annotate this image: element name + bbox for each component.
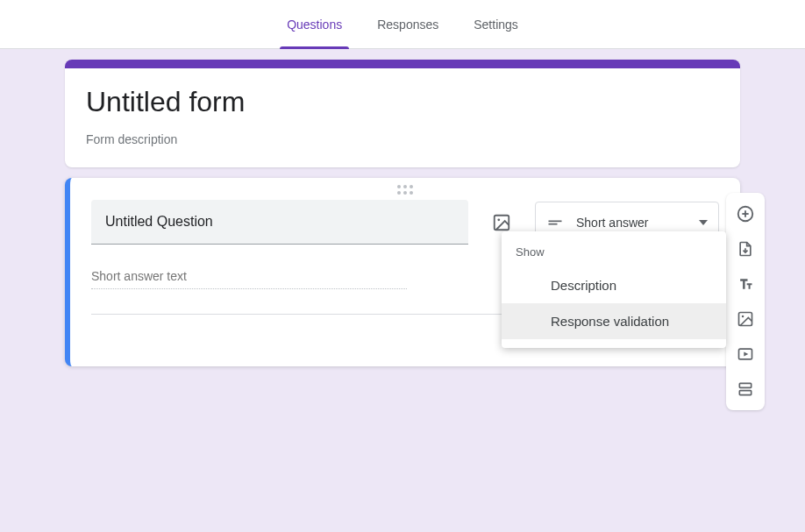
question-footer: Show Description Response validation <box>91 314 719 366</box>
question-title-input[interactable] <box>91 200 468 245</box>
text-icon <box>737 275 754 293</box>
add-title-button[interactable] <box>730 268 761 300</box>
add-video-button[interactable] <box>730 338 761 370</box>
add-section-button[interactable] <box>730 373 761 405</box>
form-accent-bar <box>65 60 740 68</box>
svg-rect-3 <box>549 223 558 224</box>
add-question-button[interactable] <box>730 198 761 230</box>
add-image-button-toolbar[interactable] <box>730 303 761 335</box>
image-icon <box>737 310 754 328</box>
form-description[interactable]: Form description <box>86 132 719 146</box>
short-answer-icon <box>546 214 564 231</box>
svg-point-10 <box>742 316 744 318</box>
svg-rect-14 <box>739 391 751 395</box>
question-card: Short answer Show Description Response v… <box>65 178 740 366</box>
svg-rect-2 <box>549 220 562 222</box>
plus-circle-icon <box>736 204 755 223</box>
drag-handle-icon[interactable] <box>91 178 719 200</box>
svg-rect-13 <box>739 383 751 387</box>
section-icon <box>737 380 754 398</box>
image-icon <box>492 213 511 232</box>
popup-header: Show <box>502 240 726 267</box>
popup-item-response-validation[interactable]: Response validation <box>502 303 726 339</box>
import-questions-button[interactable] <box>730 233 761 265</box>
tab-responses[interactable]: Responses <box>370 0 445 49</box>
svg-marker-12 <box>744 352 748 357</box>
tab-settings[interactable]: Settings <box>467 0 525 49</box>
form-header-card[interactable]: Untitled form Form description <box>65 60 740 167</box>
form-canvas: Untitled form Form description Short ans… <box>0 49 805 532</box>
svg-point-1 <box>497 218 500 221</box>
show-options-popup: Show Description Response validation <box>502 231 726 348</box>
video-icon <box>737 345 754 363</box>
caret-down-icon <box>699 220 708 225</box>
question-type-label: Short answer <box>576 216 687 230</box>
tabs-bar: Questions Responses Settings <box>0 0 805 49</box>
popup-item-description[interactable]: Description <box>502 267 726 303</box>
form-title[interactable]: Untitled form <box>86 86 719 118</box>
tab-questions[interactable]: Questions <box>280 0 349 49</box>
short-answer-preview <box>91 264 407 289</box>
import-file-icon <box>737 240 754 258</box>
side-toolbar <box>726 193 765 410</box>
